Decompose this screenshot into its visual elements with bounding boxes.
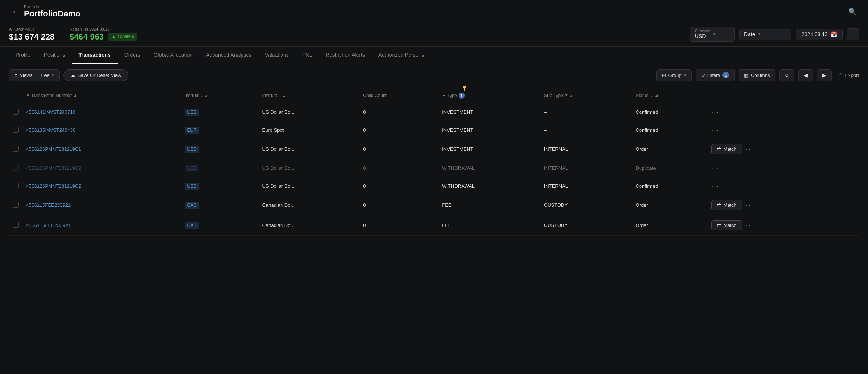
- table-row: 4566116FEE230921 CAD Canadian Do... 0 FE…: [9, 215, 859, 236]
- actions-cell: ···: [708, 121, 859, 139]
- actions-cell: ⇄ Match ···: [708, 195, 859, 215]
- transaction-number-cell[interactable]: 4566126PMNT231219C1: [22, 139, 181, 159]
- instrument-name-cell: US Dollar Sp...: [259, 177, 360, 195]
- all-over-value-block: All Over Value $13 674 228: [9, 27, 54, 42]
- views-value: Fee: [41, 72, 49, 78]
- match-button[interactable]: ⇄ Match: [711, 200, 742, 210]
- columns-button[interactable]: ▦ Columns: [739, 69, 775, 81]
- transaction-number-cell[interactable]: 4566126PMNT231219C2: [22, 159, 181, 177]
- col-instrument-name-filter-icon: ⊿: [282, 93, 285, 97]
- return-block: Return Till 2024.08.13 $464 963 ▲ 18.55%: [69, 27, 137, 42]
- type-cell: WITHDRAWAL: [438, 159, 540, 177]
- transaction-number-cell[interactable]: 4566126PMNT231219C2: [22, 177, 181, 195]
- transactions-table: ▼ Transaction Number ⊿ Instrum... ⊿ Inst…: [9, 88, 859, 236]
- more-options-button[interactable]: ···: [746, 145, 754, 153]
- instrument-type-cell: USD: [181, 139, 259, 159]
- tab-valuations[interactable]: Valuations: [258, 47, 295, 64]
- add-tab-button[interactable]: +: [847, 28, 859, 40]
- views-button[interactable]: ≡ Views | Fee ▾: [9, 69, 60, 81]
- export-button[interactable]: ⇧ Export: [839, 72, 859, 78]
- tab-positions[interactable]: Positions: [37, 47, 72, 64]
- match-button[interactable]: ⇄ Match: [711, 144, 742, 154]
- date-display[interactable]: 2024.08.13 📅: [796, 29, 843, 40]
- more-options-button[interactable]: ···: [746, 201, 754, 209]
- portfolio-title-wrap: Portfolio PortfolioDemo: [24, 4, 841, 19]
- col-sub-type-label: Sub Type: [544, 93, 563, 98]
- search-button[interactable]: 🔍: [846, 5, 859, 18]
- views-label: Views: [20, 72, 32, 78]
- save-reset-button[interactable]: ☁ Save Or Reset View: [63, 69, 128, 81]
- tab-authorized-persons[interactable]: Authorized Persons: [372, 47, 431, 64]
- table-header-row: ▼ Transaction Number ⊿ Instrum... ⊿ Inst…: [9, 88, 859, 103]
- row-checkbox-cell: [9, 177, 22, 195]
- tab-global-allocation[interactable]: Global Allocation: [147, 47, 199, 64]
- row-checkbox[interactable]: [13, 146, 19, 152]
- row-checkbox[interactable]: [13, 127, 19, 133]
- more-options-button[interactable]: ···: [711, 164, 719, 172]
- return-value: $464 963: [69, 32, 104, 42]
- child-count-cell: 0: [359, 139, 438, 159]
- filter-icon: ▽: [701, 72, 705, 78]
- table-row: 4566126PMNT231219C2 USD US Dollar Sp... …: [9, 177, 859, 195]
- col-instrument-type-filter-icon: ⊿: [205, 93, 208, 97]
- calendar-icon: 📅: [831, 31, 837, 37]
- type-cell: FEE: [438, 195, 540, 215]
- row-checkbox[interactable]: [13, 183, 19, 188]
- instrument-type-badge: USD: [185, 146, 199, 153]
- row-checkbox-cell: [9, 159, 22, 177]
- cloud-icon: ☁: [71, 72, 75, 78]
- instrument-type-cell: CAD: [181, 195, 259, 215]
- filters-button[interactable]: ▽ Filters 1: [696, 69, 735, 81]
- table-row: 4566141INVST240710 USD US Dollar Sp... 0…: [9, 103, 859, 121]
- instrument-type-cell: USD: [181, 103, 259, 121]
- row-checkbox[interactable]: [13, 222, 19, 228]
- tab-orders[interactable]: Orders: [118, 47, 147, 64]
- status-cell: Order: [632, 215, 708, 236]
- views-icon: ≡: [15, 72, 18, 78]
- sub-type-cell: INTERNAL: [540, 177, 632, 195]
- transaction-number-cell[interactable]: 4566135INVST240430: [22, 121, 181, 139]
- col-transaction-number-label: Transaction Number: [31, 93, 72, 98]
- table-row: 4566115FEE230921 CAD Canadian Do... 0 FE…: [9, 195, 859, 215]
- row-checkbox[interactable]: [13, 202, 19, 208]
- row-checkbox[interactable]: [13, 109, 19, 115]
- refresh-button[interactable]: ↺: [779, 69, 794, 81]
- transaction-number-cell[interactable]: 4566115FEE230921: [22, 195, 181, 215]
- toolbar-right: ⊞ Group ▾ ▽ Filters 1 ▦ Columns ↺ ◀ ▶ ⇧ …: [656, 69, 859, 81]
- columns-icon: ▦: [744, 72, 749, 78]
- actions-cell: ···: [708, 177, 859, 195]
- child-count-cell: 0: [359, 121, 438, 139]
- tab-transactions[interactable]: Transactions: [72, 47, 118, 64]
- nav-prev-button[interactable]: ◀: [798, 69, 813, 81]
- stats-bar: All Over Value $13 674 228 Return Till 2…: [0, 22, 868, 47]
- currency-value: USD: [695, 33, 706, 39]
- transaction-number-cell[interactable]: 4566141INVST240710: [22, 103, 181, 121]
- instrument-type-cell: CAD: [181, 215, 259, 236]
- tab-profile[interactable]: Profile: [9, 47, 37, 64]
- group-button[interactable]: ⊞ Group ▾: [656, 69, 692, 81]
- col-type-filter-badge: 1: [459, 93, 465, 99]
- transaction-number-cell[interactable]: 4566116FEE230921: [22, 215, 181, 236]
- row-checkbox[interactable]: [13, 165, 19, 171]
- sub-type-cell: INTERNAL: [540, 139, 632, 159]
- more-options-button[interactable]: ···: [711, 108, 719, 116]
- currency-selector[interactable]: Currency USD ▾: [690, 27, 735, 42]
- instrument-type-cell: USD: [181, 159, 259, 177]
- back-button[interactable]: ‹: [9, 6, 19, 17]
- save-reset-label: Save Or Reset View: [78, 72, 121, 78]
- tab-restriction-alerts[interactable]: Restriction Alerts: [319, 47, 372, 64]
- sub-type-cell: CUSTODY: [540, 215, 632, 236]
- tab-pnl[interactable]: PNL: [296, 47, 319, 64]
- more-options-button[interactable]: ···: [746, 221, 754, 229]
- table-row: 4566126PMNT231219C2 USD US Dollar Sp... …: [9, 159, 859, 177]
- child-count-cell: 0: [359, 177, 438, 195]
- more-options-button[interactable]: ···: [711, 182, 719, 190]
- more-options-button[interactable]: ···: [711, 126, 719, 134]
- date-type-selector[interactable]: Date ▾: [739, 29, 791, 40]
- tab-advanced-analytics[interactable]: Advanced Analytics: [199, 47, 258, 64]
- export-label: Export: [845, 72, 859, 78]
- instrument-type-badge: USD: [185, 165, 199, 172]
- nav-next-button[interactable]: ▶: [817, 69, 832, 81]
- match-button[interactable]: ⇄ Match: [711, 220, 742, 230]
- sub-type-cell: CUSTODY: [540, 195, 632, 215]
